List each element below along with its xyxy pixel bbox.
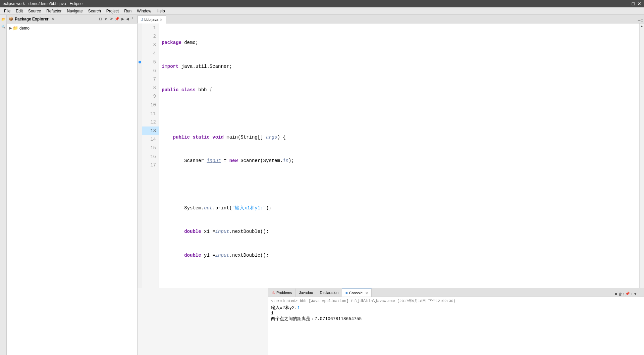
editor-tab-bbb-java[interactable]: J bbb.java ✕	[138, 15, 166, 23]
console-btn-scroll[interactable]: ↕	[623, 292, 625, 296]
tab-ctrl-min[interactable]: ─	[638, 18, 641, 22]
console-btn-maximize[interactable]: □	[641, 292, 643, 296]
menu-bar: File Edit Source Refactor Navigate Searc…	[0, 7, 644, 15]
tab-console-close[interactable]: ✕	[365, 291, 368, 295]
console-btn-menu[interactable]: ▼	[634, 292, 637, 296]
menu-help[interactable]: Help	[154, 8, 168, 14]
ln-1: 1	[142, 23, 159, 32]
workspace: 📂 🔍 📦 Package Explorer ✕ ⊟ ▼ ⟳ 📌 ▶ ◀ ⋮ ▶…	[0, 15, 644, 355]
title-bar-title: eclipse work - demo/demo/bbb.java - Ecli…	[3, 1, 83, 6]
console-icon: ■	[345, 291, 348, 295]
bp-1	[138, 23, 142, 32]
tab-javadoc-label: Javadoc	[299, 291, 313, 295]
editor-tabs: J bbb.java ✕ ─ □	[138, 15, 644, 23]
scroll-up-btn[interactable]: ▲	[640, 24, 644, 28]
package-explorer-close[interactable]: ✕	[51, 17, 54, 21]
ln-15: 15	[142, 144, 159, 152]
console-terminated-msg: <terminated> bbb [Java Application] F:\j…	[271, 298, 641, 303]
toolbar-btn-forward[interactable]: ▶	[121, 16, 125, 21]
ln-12: 12	[142, 118, 159, 127]
code-line-8: System.out.print("输入x1和y1:");	[162, 204, 637, 212]
menu-file[interactable]: File	[1, 8, 13, 14]
code-editor[interactable]: 1 2 3 4 5 6 7 8 9 10 11 12 13 14 15 16 1	[138, 23, 644, 288]
editor-scrollbar[interactable]: ▲	[639, 23, 644, 288]
code-line-3: public class bbb {	[162, 86, 637, 95]
console-content: <terminated> bbb [Java Application] F:\j…	[268, 297, 644, 355]
tree-arrow-demo: ▶	[9, 26, 12, 30]
tab-problems[interactable]: ⚠ Problems	[268, 289, 296, 297]
tab-ctrl-max[interactable]: □	[641, 18, 643, 22]
bp-15	[138, 144, 142, 152]
tab-problems-label: Problems	[276, 291, 292, 295]
console-line-3: 两个点之间的距离是：7.0710678118654755	[271, 316, 641, 322]
bp-9	[138, 92, 142, 101]
package-explorer-content: ▶ 📁 demo	[7, 23, 137, 355]
ln-4: 4	[142, 49, 159, 58]
package-explorer-header: 📦 Package Explorer ✕ ⊟ ▼ ⟳ 📌 ▶ ◀ ⋮	[7, 15, 137, 23]
title-bar-controls[interactable]: ─ □ ✕	[626, 1, 641, 6]
menu-refactor[interactable]: Refactor	[44, 8, 64, 14]
close-button[interactable]: ✕	[637, 1, 641, 6]
bp-5	[138, 58, 142, 66]
title-bar: eclipse work - demo/demo/bbb.java - Ecli…	[0, 0, 644, 7]
sidebar-icon-bar: 📂 🔍	[0, 15, 7, 355]
tree-label-demo: demo	[19, 26, 30, 31]
console-btn-minimize[interactable]: ─	[638, 292, 641, 296]
menu-project[interactable]: Project	[104, 8, 121, 14]
code-line-9: double x1 =input.nextDouble();	[162, 227, 637, 236]
problems-icon: ⚠	[272, 291, 275, 295]
toolbar-btn-more[interactable]: ⋮	[130, 16, 135, 21]
console-btn-clear[interactable]: 🗑	[619, 292, 622, 296]
code-line-10: double y1 =input.nextDouble();	[162, 251, 637, 260]
toolbar-btn-pin[interactable]: 📌	[114, 16, 120, 21]
bottom-panel: ⚠ Problems Javadoc Declaration ■ Console	[138, 288, 644, 355]
bp-11	[138, 109, 142, 118]
ln-11: 11	[142, 109, 159, 118]
menu-source[interactable]: Source	[25, 8, 44, 14]
tab-declaration[interactable]: Declaration	[316, 289, 342, 297]
tab-javadoc[interactable]: Javadoc	[296, 289, 316, 297]
ln-6: 6	[142, 66, 159, 75]
menu-search[interactable]: Search	[86, 8, 104, 14]
code-line-2: import java.util.Scanner;	[162, 62, 637, 71]
toolbar-btn-back[interactable]: ◀	[125, 16, 129, 21]
minimize-button[interactable]: ─	[626, 1, 629, 6]
sidebar-icon-2[interactable]: 🔍	[0, 23, 6, 30]
tab-close-btn[interactable]: ✕	[160, 18, 162, 21]
console-btn-stop[interactable]: ⏹	[614, 292, 618, 296]
ln-10: 10	[142, 101, 159, 109]
toolbar-btn-collapse[interactable]: ⊟	[98, 16, 103, 21]
tab-right-controls: ─ □	[637, 18, 644, 23]
panel-toolbar: ⊟ ▼ ⟳ 📌 ▶ ◀ ⋮	[98, 16, 135, 21]
tree-item-demo[interactable]: ▶ 📁 demo	[8, 25, 136, 31]
ln-3: 3	[142, 41, 159, 49]
console-btn-newconsole[interactable]: +	[631, 292, 633, 296]
toolbar-btn-sync[interactable]: ⟳	[109, 16, 113, 21]
tab-console-label: Console	[349, 291, 363, 295]
bp-6	[138, 66, 142, 75]
code-content[interactable]: package demo; import java.util.Scanner; …	[159, 23, 639, 288]
menu-edit[interactable]: Edit	[13, 8, 25, 14]
tab-java-icon: J	[141, 17, 143, 21]
sidebar-icon-1[interactable]: 📂	[0, 16, 6, 22]
maximize-button[interactable]: □	[632, 1, 635, 6]
toolbar-btn-menu[interactable]: ▼	[103, 16, 108, 21]
console-line-1: 输入x2和y2:1	[271, 305, 641, 311]
tab-console[interactable]: ■ Console ✕	[342, 289, 372, 297]
menu-run[interactable]: Run	[121, 8, 134, 14]
ln-7: 7	[142, 75, 159, 84]
code-line-11	[162, 275, 637, 284]
code-line-6: Scanner input = new Scanner(System.in);	[162, 157, 637, 165]
ln-14: 14	[142, 135, 159, 144]
package-explorer-title: Package Explorer	[15, 17, 49, 21]
menu-window[interactable]: Window	[134, 8, 154, 14]
menu-navigate[interactable]: Navigate	[64, 8, 85, 14]
folder-icon-demo: 📁	[13, 26, 18, 31]
breakpoint-area	[138, 23, 142, 288]
bp-17	[138, 161, 142, 170]
package-explorer-panel: 📦 Package Explorer ✕ ⊟ ▼ ⟳ 📌 ▶ ◀ ⋮ ▶ 📁 d…	[7, 15, 138, 355]
console-btn-pin[interactable]: 📌	[625, 292, 630, 296]
bp-12	[138, 118, 142, 127]
ln-17: 17	[142, 161, 159, 170]
code-line-4	[162, 109, 637, 118]
